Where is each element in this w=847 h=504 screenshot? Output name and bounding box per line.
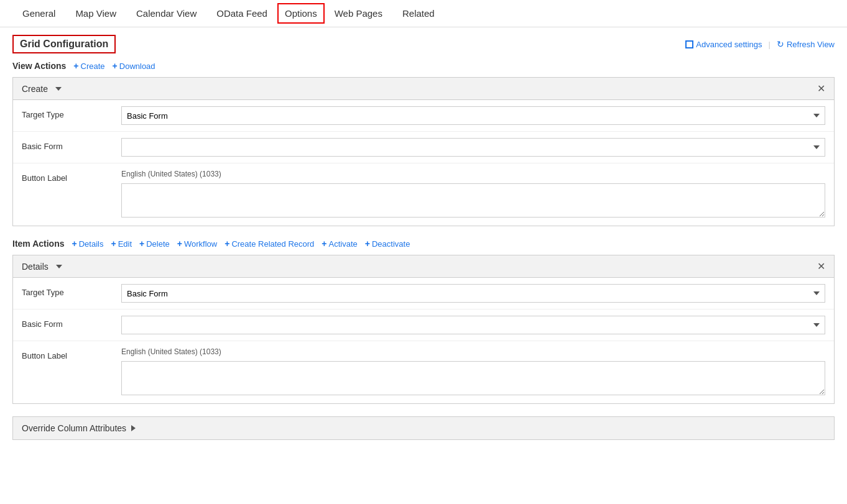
plus-icon-edit: + (111, 239, 116, 249)
details-basic-form-row: Basic Form (13, 309, 834, 341)
create-basic-form-label: Basic Form (22, 138, 121, 151)
details-card-dropdown-icon[interactable] (56, 265, 62, 268)
details-basic-form-wrap (121, 316, 825, 334)
plus-icon-create-related: + (224, 239, 229, 249)
create-button-label-sublabel: English (United States) (1033) (121, 170, 825, 178)
plus-icon-create: + (73, 61, 78, 71)
create-card-close-btn[interactable]: ✕ (817, 83, 825, 94)
nav-map-view[interactable]: Map View (65, 1, 126, 26)
override-column-label: Override Column Attributes (22, 423, 126, 433)
create-card-header-left: Create (22, 84, 62, 94)
top-nav: General Map View Calendar View OData Fee… (0, 0, 847, 27)
download-view-action-btn[interactable]: + Download (113, 61, 155, 71)
details-card-title: Details (22, 262, 49, 272)
deactivate-btn-label: Deactivate (372, 239, 410, 249)
details-button-label-textarea[interactable] (121, 361, 825, 395)
item-actions-header: Item Actions + Details + Edit + Delete +… (12, 239, 835, 249)
grid-config-title: Grid Configuration (12, 35, 116, 53)
refresh-view-label: Refresh View (787, 40, 835, 49)
grid-config-header: Grid Configuration Advanced settings | ↻… (12, 35, 835, 53)
download-btn-label: Download (119, 62, 155, 71)
details-button-label-label: Button Label (22, 347, 121, 360)
view-actions-label: View Actions (12, 61, 66, 71)
details-button-label-row: Button Label English (United States) (10… (13, 341, 834, 403)
create-view-action-btn[interactable]: + Create (73, 61, 104, 71)
header-actions: Advanced settings | ↻ Refresh View (685, 39, 835, 49)
nav-related[interactable]: Related (392, 1, 445, 26)
workflow-btn-label: Workflow (184, 239, 217, 249)
create-target-type-wrap: Basic Form (121, 106, 825, 125)
create-target-type-label: Target Type (22, 106, 121, 119)
nav-general[interactable]: General (12, 1, 65, 26)
nav-options[interactable]: Options (277, 3, 325, 24)
details-card-header-left: Details (22, 262, 62, 272)
create-basic-form-select[interactable] (121, 138, 825, 157)
create-basic-form-row: Basic Form (13, 132, 834, 163)
workflow-item-btn[interactable]: + Workflow (177, 239, 217, 249)
edit-item-btn[interactable]: + Edit (111, 239, 132, 249)
details-target-type-wrap: Basic Form (121, 284, 825, 303)
create-card-header: Create ✕ (13, 78, 834, 100)
details-btn-label: Details (79, 239, 104, 249)
create-target-type-row: Target Type Basic Form (13, 100, 834, 132)
delete-btn-label: Delete (146, 239, 170, 249)
activate-btn-label: Activate (329, 239, 358, 249)
details-item-btn[interactable]: + Details (72, 239, 104, 249)
nav-odata-feed[interactable]: OData Feed (206, 1, 277, 26)
settings-icon (685, 40, 693, 48)
item-actions-label: Item Actions (12, 239, 65, 249)
create-button-label-wrap: English (United States) (1033) (121, 170, 825, 219)
create-target-type-select[interactable]: Basic Form (121, 106, 825, 125)
details-card-header: Details ✕ (13, 255, 834, 278)
create-related-item-btn[interactable]: + Create Related Record (224, 239, 314, 249)
details-button-label-sublabel: English (United States) (1033) (121, 347, 825, 356)
plus-icon-download: + (113, 61, 118, 71)
plus-icon-details: + (72, 239, 77, 249)
advanced-settings-label: Advanced settings (696, 40, 762, 49)
create-basic-form-wrap (121, 138, 825, 157)
details-target-type-row: Target Type Basic Form (13, 278, 834, 309)
create-button-label-textarea[interactable] (121, 183, 825, 218)
create-card-title: Create (22, 84, 48, 94)
plus-icon-workflow: + (177, 239, 182, 249)
override-column-expand-icon[interactable] (131, 425, 136, 431)
activate-item-btn[interactable]: + Activate (322, 239, 357, 249)
delete-item-btn[interactable]: + Delete (139, 239, 170, 249)
edit-btn-label: Edit (118, 239, 132, 249)
details-basic-form-select[interactable] (121, 316, 825, 334)
create-btn-label: Create (81, 62, 105, 71)
create-button-label-label: Button Label (22, 170, 121, 183)
details-button-label-wrap: English (United States) (1033) (121, 347, 825, 397)
override-column-row: Override Column Attributes (12, 416, 835, 440)
main-content: Grid Configuration Advanced settings | ↻… (0, 27, 847, 447)
separator: | (769, 40, 771, 49)
details-basic-form-label: Basic Form (22, 316, 121, 329)
advanced-settings-link[interactable]: Advanced settings (685, 40, 762, 49)
refresh-view-link[interactable]: ↻ Refresh View (777, 39, 835, 49)
plus-icon-delete: + (139, 239, 144, 249)
create-card-dropdown-icon[interactable] (55, 87, 62, 91)
plus-icon-deactivate: + (365, 239, 370, 249)
create-related-btn-label: Create Related Record (231, 239, 314, 249)
plus-icon-activate: + (322, 239, 326, 249)
create-button-label-row: Button Label English (United States) (10… (13, 163, 834, 226)
details-card-close-btn[interactable]: ✕ (817, 260, 825, 272)
view-actions-header: View Actions + Create + Download (12, 61, 835, 71)
details-target-type-label: Target Type (22, 284, 121, 297)
nav-calendar-view[interactable]: Calendar View (126, 1, 206, 26)
details-card: Details ✕ Target Type Basic Form Basic F… (12, 255, 835, 404)
create-card: Create ✕ Target Type Basic Form Basic Fo… (12, 77, 835, 226)
details-target-type-select[interactable]: Basic Form (121, 284, 825, 303)
refresh-icon: ↻ (777, 39, 784, 49)
deactivate-item-btn[interactable]: + Deactivate (365, 239, 410, 249)
nav-web-pages[interactable]: Web Pages (325, 1, 392, 26)
